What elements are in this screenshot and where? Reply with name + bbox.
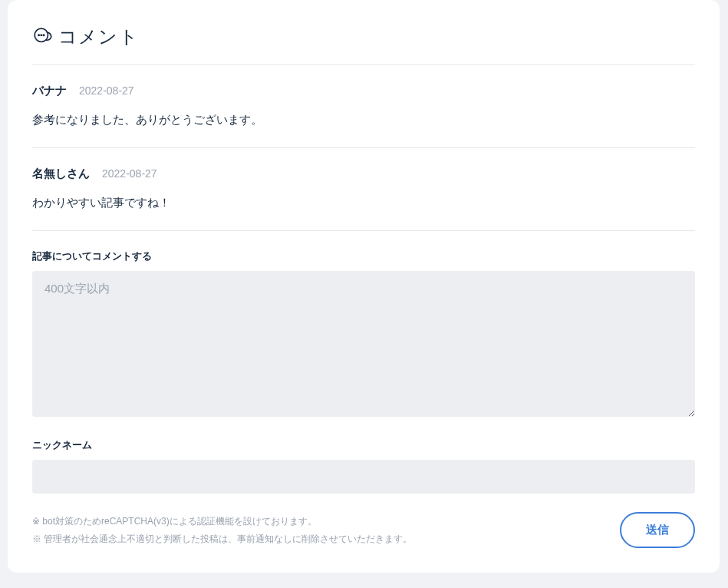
- note-line: ※ 管理者が社会通念上不適切と判断した投稿は、事前通知なしに削除させていただきま…: [32, 530, 412, 548]
- note-line: ※ bot対策のためreCAPTCHA(v3)による認証機能を設けております。: [32, 513, 412, 530]
- section-title: コメント: [58, 25, 139, 49]
- comment-form: 記事についてコメントする ニックネーム ※ bot対策のためreCAPTCHA(…: [32, 231, 695, 548]
- comment-list: バナナ 2022-08-27 参考になりました、ありがとうございます。 名無しさ…: [32, 65, 695, 231]
- comment-textarea[interactable]: [32, 271, 695, 417]
- form-notes: ※ bot対策のためreCAPTCHA(v3)による認証機能を設けております。 …: [32, 513, 412, 548]
- nickname-label: ニックネーム: [32, 438, 695, 452]
- svg-point-1: [38, 35, 39, 35]
- comment-date: 2022-08-27: [102, 167, 157, 180]
- comment-header: バナナ 2022-08-27: [32, 84, 695, 98]
- comment-item: 名無しさん 2022-08-27 わかりやすい記事ですね！: [32, 148, 695, 231]
- comment-body: 参考になりました、ありがとうございます。: [32, 111, 695, 129]
- comment-date: 2022-08-27: [79, 84, 134, 97]
- svg-point-2: [41, 35, 41, 35]
- form-footer: ※ bot対策のためreCAPTCHA(v3)による認証機能を設けております。 …: [32, 512, 695, 548]
- submit-button[interactable]: 送信: [620, 512, 695, 548]
- comment-header: 名無しさん 2022-08-27: [32, 167, 695, 181]
- comment-author: バナナ: [32, 84, 67, 98]
- section-header: コメント: [32, 25, 695, 65]
- comment-field-group: 記事についてコメントする: [32, 249, 695, 420]
- svg-point-3: [43, 35, 44, 35]
- comment-body: わかりやすい記事ですね！: [32, 193, 695, 212]
- nickname-input[interactable]: [32, 460, 695, 494]
- comment-item: バナナ 2022-08-27 参考になりました、ありがとうございます。: [32, 65, 695, 148]
- comment-icon: [32, 26, 54, 48]
- nickname-field-group: ニックネーム: [32, 438, 695, 494]
- comment-label: 記事についてコメントする: [32, 249, 695, 263]
- comment-author: 名無しさん: [32, 167, 90, 181]
- comment-section-card: コメント バナナ 2022-08-27 参考になりました、ありがとうございます。…: [8, 0, 720, 573]
